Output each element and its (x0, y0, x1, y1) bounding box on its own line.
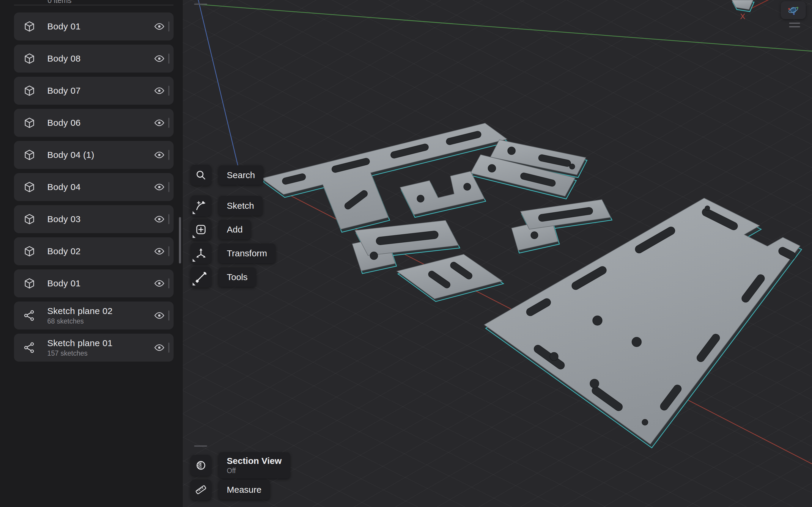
sketch-label: Sketch (227, 201, 254, 211)
item-drag-bar (168, 86, 170, 96)
measure-ruler-icon (195, 484, 207, 496)
toolbar-row-measure: Measure (191, 480, 270, 500)
section-view-button[interactable] (191, 455, 211, 476)
sidebar-item-body-02[interactable]: Body 02 (14, 237, 174, 265)
item-text: Body 07 (47, 86, 154, 96)
item-drag-bar (168, 118, 170, 128)
items-count-header: 0 items (48, 0, 72, 5)
sidebar-item-body-07[interactable]: Body 07 (14, 77, 174, 105)
body-cube-icon (23, 149, 36, 161)
tools-button[interactable] (191, 267, 211, 288)
toolbar-row-add: Add (191, 219, 251, 240)
section-view-icon (195, 459, 207, 471)
submenu-corner-icon (193, 282, 196, 285)
sidebar-item-sketch-plane-01[interactable]: Sketch plane 01 157 sketches (14, 334, 174, 361)
sidebar-item-body-01[interactable]: Body 01 (14, 12, 174, 41)
cad-part-bracket-slot[interactable] (511, 200, 612, 253)
add-label-pill[interactable]: Add (218, 220, 251, 239)
add-button[interactable] (191, 219, 211, 240)
visibility-eye-icon[interactable] (154, 310, 165, 321)
item-label: Body 04 (47, 182, 154, 192)
measure-button[interactable] (191, 480, 211, 500)
visibility-eye-icon[interactable] (154, 278, 165, 289)
sidebar-item-body-06[interactable]: Body 06 (14, 109, 174, 137)
search-label: Search (227, 170, 255, 180)
sketch-plane-icon (23, 342, 36, 353)
toolbar-row-section-view: Section View Off (191, 455, 290, 476)
x-axis-label: X (740, 12, 745, 21)
cad-part-bracket-c[interactable] (400, 171, 486, 217)
body-cube-icon (23, 53, 36, 64)
sidebar-item-body-08[interactable]: Body 08 (14, 45, 174, 72)
add-label: Add (227, 225, 243, 235)
visibility-eye-icon[interactable] (154, 21, 165, 32)
zoom-control-ticks[interactable] (789, 22, 800, 30)
bottom-panel-tick[interactable] (194, 445, 207, 447)
measure-label-pill[interactable]: Measure (218, 480, 270, 500)
item-text: Body 06 (47, 118, 154, 128)
sketch-label-pill[interactable]: Sketch (218, 196, 262, 216)
zoom-tick (789, 26, 800, 27)
visibility-eye-icon[interactable] (154, 86, 165, 96)
body-cube-icon (23, 277, 36, 289)
item-text: Sketch plane 01 157 sketches (47, 338, 154, 357)
orientation-gizmo-button[interactable] (781, 1, 806, 19)
body-cube-icon (23, 181, 36, 193)
section-view-label-pill[interactable]: Section View Off (218, 452, 290, 478)
sidebar-item-body-04[interactable]: Body 04 (14, 173, 174, 201)
toolbar-row-sketch: Sketch (191, 195, 262, 216)
item-drag-bar (168, 214, 170, 224)
visibility-eye-icon[interactable] (154, 246, 165, 257)
submenu-corner-icon (193, 211, 196, 214)
item-drag-bar (168, 278, 170, 288)
item-label: Body 01 (47, 21, 154, 32)
submenu-corner-icon (193, 235, 196, 238)
item-drag-bar (168, 21, 170, 32)
section-view-status: Off (227, 467, 236, 475)
visibility-eye-icon[interactable] (154, 214, 165, 225)
tools-label-pill[interactable]: Tools (218, 267, 256, 287)
sidebar-scrollbar[interactable] (179, 217, 181, 264)
items-list: Body 01 Body 08 Body 07 Body 06 Body 04 … (14, 12, 174, 366)
item-text: Body 01 (47, 278, 154, 288)
body-cube-icon (23, 117, 36, 129)
top-panel-tick[interactable] (194, 4, 207, 5)
transform-label-pill[interactable]: Transform (218, 243, 275, 263)
sidebar-item-sketch-plane-02[interactable]: Sketch plane 02 68 sketches (14, 301, 174, 330)
item-label: Sketch plane 01 (47, 338, 154, 348)
item-label: Body 04 (1) (47, 150, 154, 160)
search-label-pill[interactable]: Search (218, 165, 263, 185)
item-text: Body 08 (47, 54, 154, 64)
body-cube-icon (23, 20, 36, 33)
orientation-gizmo-icon (787, 4, 800, 16)
sidebar-item-body-03[interactable]: Body 03 (14, 205, 174, 233)
item-drag-bar (168, 54, 170, 64)
item-label: Body 07 (47, 86, 154, 96)
cad-part-plate-small[interactable] (397, 254, 503, 301)
visibility-eye-icon[interactable] (154, 53, 165, 64)
tools-icon (195, 271, 207, 283)
transform-button[interactable] (191, 243, 211, 264)
item-text: Body 04 (1) (47, 150, 154, 160)
tools-label: Tools (227, 272, 248, 282)
visibility-eye-icon[interactable] (154, 117, 165, 128)
sidebar-item-body-01b[interactable]: Body 01 (14, 269, 174, 297)
item-label: Body 03 (47, 214, 154, 224)
item-text: Sketch plane 02 68 sketches (47, 306, 154, 325)
z-axis-line (198, 0, 239, 169)
search-button[interactable] (191, 165, 211, 185)
cad-part-clipped[interactable] (732, 0, 754, 12)
item-text: Body 02 (47, 246, 154, 256)
body-cube-icon (23, 85, 36, 97)
item-drag-bar (168, 311, 170, 321)
visibility-eye-icon[interactable] (154, 150, 165, 160)
visibility-eye-icon[interactable] (154, 182, 165, 192)
sketch-icon (195, 200, 207, 212)
sidebar-item-body-04-1[interactable]: Body 04 (1) (14, 141, 174, 169)
visibility-eye-icon[interactable] (154, 342, 165, 353)
sketch-plane-icon (23, 309, 36, 322)
item-label: Sketch plane 02 (47, 306, 154, 316)
sidebar-divider (14, 5, 174, 5)
sketch-button[interactable] (191, 195, 211, 216)
scene-svg: X (183, 0, 812, 507)
